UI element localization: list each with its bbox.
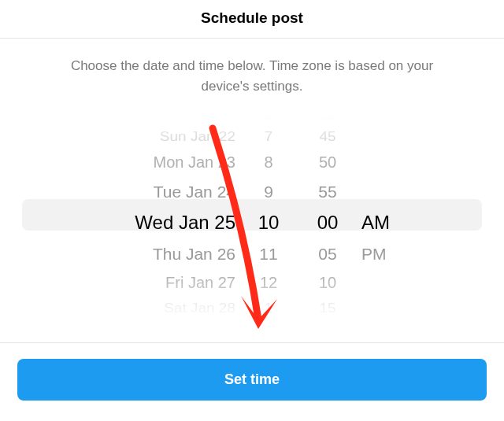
datetime-picker[interactable]: 6 40 Sun Jan 22 7 45 Mon Jan 23 8 50 Tue… [22, 110, 482, 319]
picker-row[interactable]: Mon Jan 23 8 50 [22, 148, 482, 177]
minute-option[interactable]: 15 [297, 301, 358, 316]
picker-row[interactable]: 6 40 [22, 115, 482, 121]
instructions-text: Choose the date and time below. Time zon… [0, 39, 504, 110]
footer: Set time [0, 342, 504, 421]
minute-option[interactable]: 05 [297, 245, 358, 264]
ampm-option[interactable]: PM [358, 245, 406, 264]
date-option[interactable]: Tue Jan 24 [98, 183, 240, 201]
hour-option[interactable]: 7 [240, 130, 297, 145]
hour-selected[interactable]: 10 [240, 212, 297, 234]
date-option[interactable]: Mon Jan 23 [98, 153, 240, 172]
date-option[interactable]: Thu Jan 26 [98, 245, 240, 264]
date-option[interactable]: Fri Jan 27 [98, 274, 240, 292]
minute-selected[interactable]: 00 [297, 212, 358, 234]
hour-option[interactable]: 9 [240, 183, 297, 201]
hour-option[interactable]: 6 [240, 116, 297, 121]
hour-option[interactable]: 1 [240, 301, 297, 316]
picker-row[interactable]: Sat Jan 28 1 15 [22, 299, 482, 318]
picker-row-selected[interactable]: Wed Jan 25 10 00 AM [22, 206, 482, 239]
set-time-button[interactable]: Set time [17, 359, 487, 401]
minute-option[interactable]: 55 [297, 183, 358, 201]
picker-row[interactable]: Fri Jan 27 12 10 [22, 268, 482, 297]
hour-option[interactable]: 12 [240, 274, 297, 292]
ampm-selected[interactable]: AM [358, 212, 406, 234]
date-option[interactable]: Sun Jan 22 [98, 130, 240, 145]
minute-option[interactable]: 40 [297, 116, 358, 121]
modal-header: Schedule post [0, 0, 504, 39]
picker-row[interactable]: Thu Jan 26 11 05 PM [22, 239, 482, 268]
minute-option[interactable]: 45 [297, 130, 358, 145]
picker-row[interactable]: Sun Jan 22 7 45 [22, 127, 482, 146]
hour-option[interactable]: 8 [240, 153, 297, 172]
date-selected[interactable]: Wed Jan 25 [98, 212, 240, 234]
minute-option[interactable]: 10 [297, 274, 358, 292]
hour-option[interactable]: 11 [240, 245, 297, 264]
page-title: Schedule post [0, 9, 504, 27]
minute-option[interactable]: 50 [297, 153, 358, 172]
picker-row[interactable]: Tue Jan 24 9 55 [22, 177, 482, 206]
date-option[interactable]: Sat Jan 28 [98, 301, 240, 316]
